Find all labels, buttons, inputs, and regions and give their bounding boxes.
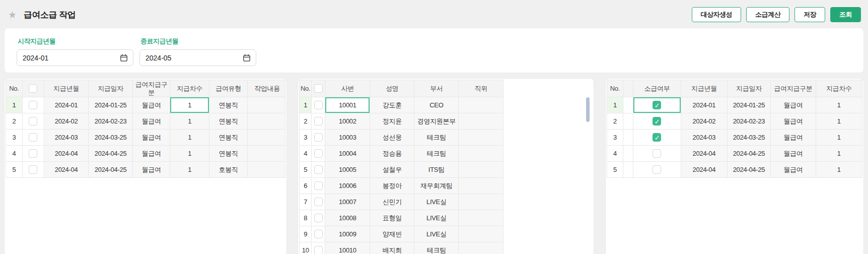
create-targets-button[interactable]: 대상자생성 <box>692 7 742 22</box>
row-number-cell[interactable]: 7 <box>300 194 312 210</box>
row-select-cell[interactable] <box>22 130 44 146</box>
emp-no-cell[interactable]: 10004 <box>325 146 370 162</box>
row-number-cell[interactable]: 6 <box>300 178 312 194</box>
retro-flag-cell[interactable] <box>633 113 681 130</box>
position-cell[interactable] <box>459 178 503 194</box>
salary-type-cell[interactable]: 연봉직 <box>209 146 248 162</box>
row-number-cell[interactable]: 4 <box>300 146 312 162</box>
retro-checkbox[interactable] <box>653 133 661 142</box>
emp-no-cell[interactable]: 10008 <box>325 210 370 226</box>
emp-no-cell[interactable]: 10009 <box>325 226 370 242</box>
emp-no-cell[interactable]: 10003 <box>325 130 370 146</box>
pay-month-cell[interactable]: 2024-04 <box>44 146 89 162</box>
pay-date-cell[interactable]: 2024-02-23 <box>89 113 133 130</box>
row-checkbox[interactable] <box>29 133 37 142</box>
calendar-icon[interactable] <box>120 54 128 62</box>
work-note-cell[interactable] <box>248 130 285 146</box>
row-number-cell[interactable]: 3 <box>6 130 23 146</box>
row-number-cell[interactable]: 2 <box>300 113 312 130</box>
position-cell[interactable] <box>459 226 503 242</box>
row-number-cell[interactable]: 8 <box>300 210 312 226</box>
row-checkbox[interactable] <box>314 149 323 158</box>
pay-seq-cell[interactable]: 1 <box>816 162 862 178</box>
end-month-input[interactable] <box>146 54 239 62</box>
pay-seq-cell[interactable]: 1 <box>170 162 209 178</box>
row-checkbox[interactable] <box>314 181 323 190</box>
name-cell[interactable]: 정승용 <box>370 146 414 162</box>
emp-no-cell[interactable]: 10001 <box>325 97 370 113</box>
pay-date-cell[interactable]: 2024-03-25 <box>727 130 771 146</box>
row-number-cell[interactable]: 4 <box>607 146 623 162</box>
row-number-cell[interactable]: 5 <box>607 162 623 178</box>
row-select-cell[interactable] <box>312 113 325 130</box>
position-cell[interactable] <box>459 210 503 226</box>
position-cell[interactable] <box>459 194 503 210</box>
pay-date-cell[interactable]: 2024-04-25 <box>89 146 133 162</box>
row-number-cell[interactable]: 3 <box>300 130 312 146</box>
row-checkbox[interactable] <box>314 117 323 125</box>
pay-seq-cell[interactable]: 1 <box>170 113 209 130</box>
dept-cell[interactable]: CEO <box>414 97 459 113</box>
row-number-cell[interactable]: 1 <box>607 97 623 113</box>
pay-month-cell[interactable]: 2024-01 <box>681 97 728 113</box>
retro-flag-cell[interactable] <box>633 130 681 146</box>
row-select-cell[interactable] <box>22 113 44 130</box>
retro-flag-cell[interactable] <box>633 97 681 113</box>
position-cell[interactable] <box>459 97 503 113</box>
retro-calc-button[interactable]: 소급계산 <box>746 7 789 22</box>
retro-checkbox[interactable] <box>653 165 661 174</box>
emp-no-cell[interactable]: 10007 <box>325 194 370 210</box>
dept-cell[interactable]: LIVE실 <box>414 194 459 210</box>
pay-type-cell[interactable]: 월급여 <box>771 113 816 130</box>
row-checkbox[interactable] <box>29 149 37 158</box>
name-cell[interactable]: 강도훈 <box>370 97 414 113</box>
dept-cell[interactable]: 테크팀 <box>414 242 459 254</box>
emp-no-cell[interactable]: 10010 <box>325 242 370 254</box>
row-number-cell[interactable]: 2 <box>6 113 23 130</box>
emp-no-cell[interactable]: 10006 <box>325 178 370 194</box>
row-number-cell[interactable]: 10 <box>300 242 312 254</box>
pay-type-cell[interactable]: 월급여 <box>771 146 816 162</box>
work-note-cell[interactable] <box>248 162 285 178</box>
row-checkbox[interactable] <box>314 198 323 206</box>
row-number-cell[interactable]: 1 <box>300 97 312 113</box>
pay-seq-cell[interactable]: 1 <box>816 97 862 113</box>
pay-date-cell[interactable]: 2024-04-25 <box>89 162 133 178</box>
work-note-cell[interactable] <box>248 97 285 113</box>
select-all-checkbox[interactable] <box>314 84 323 93</box>
retro-checkbox[interactable] <box>653 101 661 109</box>
calendar-icon[interactable] <box>243 54 251 62</box>
name-cell[interactable]: 설철우 <box>370 162 414 178</box>
pay-date-cell[interactable]: 2024-02-23 <box>727 113 771 130</box>
row-number-cell[interactable]: 1 <box>6 97 23 113</box>
position-cell[interactable] <box>459 242 503 254</box>
dept-cell[interactable]: LIVE실 <box>414 210 459 226</box>
row-select-cell[interactable] <box>312 210 325 226</box>
salary-type-cell[interactable]: 연봉직 <box>209 130 248 146</box>
row-checkbox[interactable] <box>314 230 323 238</box>
pay-month-cell[interactable]: 2024-04 <box>681 146 728 162</box>
position-cell[interactable] <box>459 162 503 178</box>
pay-type-cell[interactable]: 월급여 <box>132 97 170 113</box>
row-checkbox[interactable] <box>314 133 323 142</box>
row-select-cell[interactable] <box>312 97 325 113</box>
row-number-cell[interactable]: 5 <box>6 162 23 178</box>
pay-type-cell[interactable]: 월급여 <box>132 113 170 130</box>
end-month-datebox[interactable] <box>139 49 256 66</box>
pay-seq-cell[interactable]: 1 <box>816 130 862 146</box>
row-number-cell[interactable]: 9 <box>300 226 312 242</box>
pay-date-cell[interactable]: 2024-04-25 <box>727 146 771 162</box>
pay-seq-cell[interactable]: 1 <box>816 113 862 130</box>
row-select-cell[interactable] <box>22 162 44 178</box>
pay-date-cell[interactable]: 2024-04-25 <box>727 162 771 178</box>
row-select-cell[interactable] <box>312 146 325 162</box>
pay-seq-cell[interactable]: 1 <box>816 146 862 162</box>
row-number-cell[interactable]: 2 <box>607 113 623 130</box>
dept-cell[interactable]: 테크팀 <box>414 146 459 162</box>
row-select-cell[interactable] <box>22 146 44 162</box>
row-select-cell[interactable] <box>312 242 325 254</box>
dept-cell[interactable]: ITS팀 <box>414 162 459 178</box>
salary-type-cell[interactable]: 연봉직 <box>209 113 248 130</box>
row-checkbox[interactable] <box>314 165 323 174</box>
favorite-star-icon[interactable]: ★ <box>8 10 17 20</box>
